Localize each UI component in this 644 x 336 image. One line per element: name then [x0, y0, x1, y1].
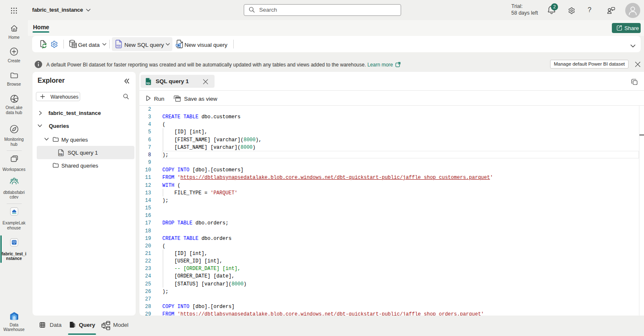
svg-text:SQL: SQL	[116, 44, 121, 47]
svg-text:SQL: SQL	[59, 153, 63, 155]
svg-text:SQL: SQL	[146, 81, 150, 84]
